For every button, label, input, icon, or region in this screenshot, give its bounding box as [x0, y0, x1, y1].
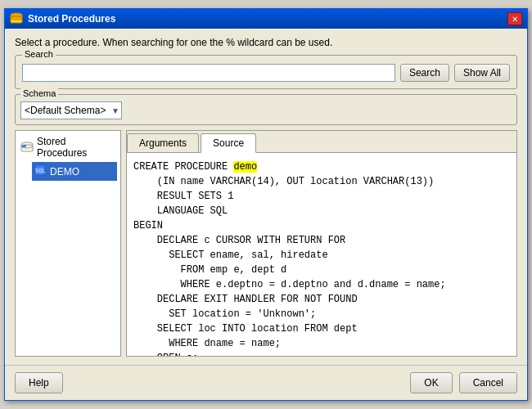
svg-text:SQL: SQL [35, 168, 46, 174]
search-button[interactable]: Search [400, 64, 449, 82]
footer-right: OK Cancel [410, 372, 517, 393]
tree-panel: Stored Procedures SQL DEMO [15, 130, 121, 357]
tree-child-label: DEMO [50, 166, 79, 178]
source-code-content: CREATE PROCEDURE demo (IN name VARCHAR(1… [127, 153, 516, 356]
tree-root: Stored Procedures SQL DEMO [19, 134, 117, 181]
source-highlight: demo [233, 161, 257, 173]
close-button[interactable]: ✕ [507, 12, 522, 25]
window-body: Select a procedure. When searching for o… [5, 29, 527, 365]
help-button[interactable]: Help [15, 372, 63, 393]
main-panel: Stored Procedures SQL DEMO [15, 130, 517, 357]
svg-rect-7 [22, 145, 26, 147]
svg-point-3 [11, 16, 22, 20]
tree-root-label: Stored Procedures [37, 136, 115, 159]
tab-arguments[interactable]: Arguments [127, 133, 199, 152]
schema-group: Schema <Default Schema> ▼ [15, 94, 517, 125]
footer: Help OK Cancel [5, 365, 527, 400]
title-bar: Stored Procedures ✕ [5, 9, 527, 29]
search-legend: Search [22, 49, 56, 59]
ok-button[interactable]: OK [410, 372, 452, 393]
tab-source[interactable]: Source [201, 133, 256, 153]
window-title: Stored Procedures [28, 13, 503, 25]
window-icon [10, 12, 23, 25]
source-rest: (IN name VARCHAR(14), OUT location VARCH… [133, 176, 446, 356]
tree-item-demo[interactable]: SQL DEMO [32, 162, 117, 181]
schema-legend: Schema [20, 88, 58, 98]
content-panel: Arguments Source CREATE PROCEDURE demo (… [126, 130, 517, 357]
tree-root-icon [20, 141, 34, 154]
svg-point-2 [11, 13, 22, 16]
tab-bar: Arguments Source [127, 131, 516, 153]
tree-child-icon: SQL [34, 164, 47, 179]
show-all-button[interactable]: Show All [454, 64, 510, 82]
main-window: Stored Procedures ✕ Select a procedure. … [4, 8, 528, 401]
search-row: Search Show All [22, 64, 510, 82]
description-text: Select a procedure. When searching for o… [15, 37, 517, 48]
schema-select[interactable]: <Default Schema> [20, 101, 122, 119]
source-prefix: CREATE PROCEDURE [133, 161, 233, 173]
search-input[interactable] [22, 64, 395, 82]
tree-item-root[interactable]: Stored Procedures [19, 134, 117, 160]
schema-dropdown-wrapper: <Default Schema> ▼ [20, 101, 122, 119]
search-group: Search Search Show All [15, 55, 517, 89]
cancel-button[interactable]: Cancel [459, 372, 517, 393]
